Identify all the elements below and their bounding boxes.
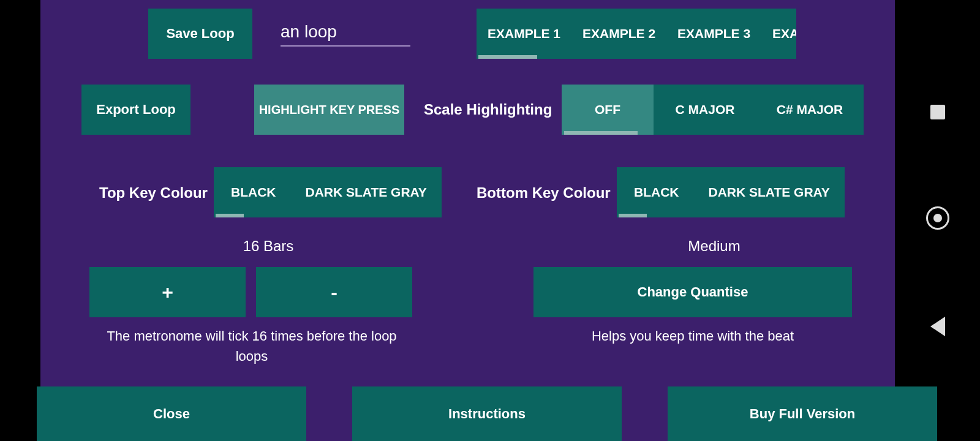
tab-scale-csharpmajor[interactable]: C# MAJOR [756, 85, 863, 135]
bottom-colour-indicator [619, 214, 647, 217]
tab-top-darkslategray[interactable]: DARK SLATE GRAY [293, 167, 439, 217]
tab-top-black[interactable]: BLACK [214, 167, 293, 217]
tab-scale-cmajor[interactable]: C MAJOR [654, 85, 756, 135]
app-container: Save Loop EXAMPLE 1 EXAMPLE 2 EXAMPLE 3 … [40, 0, 895, 441]
quantise-label: Medium [604, 238, 824, 255]
close-button[interactable]: Close [37, 386, 306, 441]
scale-highlighting-label: Scale Highlighting [424, 101, 552, 118]
tab-example-1[interactable]: EXAMPLE 1 [477, 9, 571, 59]
top-colour-tabs[interactable]: BLACK DARK SLATE GRAY [214, 167, 442, 217]
example-tabs[interactable]: EXAMPLE 1 EXAMPLE 2 EXAMPLE 3 EXA [477, 9, 796, 59]
recent-apps-icon[interactable] [930, 105, 945, 119]
instructions-button[interactable]: Instructions [352, 386, 622, 441]
top-key-colour-label: Top Key Colour [99, 184, 208, 202]
tab-bottom-darkslategray[interactable]: DARK SLATE GRAY [696, 167, 842, 217]
example-tabs-indicator [478, 55, 537, 59]
bottom-key-colour-label: Bottom Key Colour [477, 184, 611, 202]
tab-example-3[interactable]: EXAMPLE 3 [666, 9, 761, 59]
bottom-colour-tabs[interactable]: BLACK DARK SLATE GRAY [617, 167, 845, 217]
tab-example-2[interactable]: EXAMPLE 2 [571, 9, 666, 59]
scale-tabs-indicator [564, 131, 638, 135]
tab-bottom-black[interactable]: BLACK [617, 167, 696, 217]
quantise-description: Helps you keep time with the beat [533, 326, 852, 346]
change-quantise-button[interactable]: Change Quantise [533, 267, 852, 317]
tab-example-4[interactable]: EXA [761, 9, 796, 59]
android-nav-bar [895, 0, 980, 441]
highlight-key-toggle[interactable]: HIGHLIGHT KEY PRESS [254, 85, 404, 135]
home-icon[interactable] [926, 206, 949, 230]
tab-scale-off[interactable]: OFF [562, 85, 654, 135]
bars-minus-button[interactable]: - [256, 267, 412, 317]
top-colour-indicator [216, 214, 244, 217]
loop-name-input[interactable] [281, 18, 410, 47]
bars-description: The metronome will tick 16 times before … [102, 326, 402, 366]
export-loop-button[interactable]: Export Loop [81, 85, 190, 135]
save-loop-button[interactable]: Save Loop [148, 9, 252, 59]
back-icon[interactable] [930, 317, 945, 336]
bars-plus-button[interactable]: + [89, 267, 246, 317]
bars-label: 16 Bars [183, 238, 354, 255]
scale-tabs[interactable]: OFF C MAJOR C# MAJOR [562, 85, 864, 135]
